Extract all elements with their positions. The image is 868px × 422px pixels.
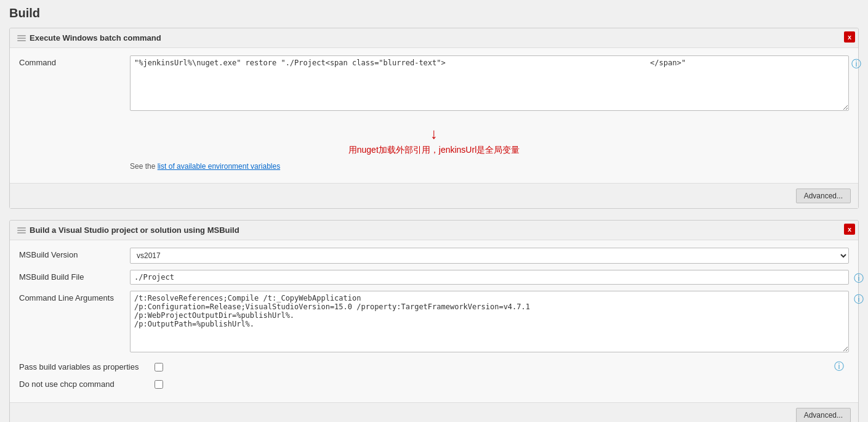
command-row: Command "%jenkinsUrl%\nuget.exe" restore… xyxy=(19,55,849,113)
section2-title: Build a Visual Studio project or solutio… xyxy=(30,225,239,235)
msbuild-version-label: MSBuild Version xyxy=(19,248,130,259)
env-vars-link[interactable]: list of available environment variables xyxy=(158,162,280,171)
section2-header: Build a Visual Studio project or solutio… xyxy=(10,221,858,240)
annotation-area: ↓ 用nuget加载外部引用，jenkinsUrl是全局变量 xyxy=(19,119,849,159)
page-container: Build Execute Windows batch command x Co… xyxy=(0,0,868,422)
drag-handle-1[interactable] xyxy=(17,35,26,41)
close-section2-button[interactable]: x xyxy=(844,224,855,235)
msbuild-file-label: MSBuild Build File xyxy=(19,270,130,282)
section2-advanced-button[interactable]: Advanced... xyxy=(796,408,851,422)
page-title: Build xyxy=(9,6,859,20)
env-vars-row: See the list of available environment va… xyxy=(130,162,849,171)
section2-advanced-row: Advanced... xyxy=(10,402,858,422)
msbuild-file-row: MSBuild Build File ⓘ xyxy=(19,270,849,285)
msbuild-version-wrap: vs2017 Default vs2015 vs2013 xyxy=(130,248,849,264)
pass-build-vars-row: Pass build variables as properties ⓘ xyxy=(19,360,849,373)
msbuild-version-select[interactable]: vs2017 Default vs2015 vs2013 xyxy=(130,248,849,264)
do-not-use-chcp-checkbox[interactable] xyxy=(155,380,163,389)
do-not-use-chcp-row: Do not use chcp command xyxy=(19,379,849,389)
command-textarea[interactable]: "%jenkinsUrl%\nuget.exe" restore "./Proj… xyxy=(130,55,849,111)
pass-build-vars-checkbox[interactable] xyxy=(155,363,163,371)
msbuild-file-input[interactable] xyxy=(130,270,849,285)
annotation-text: 用nuget加载外部引用，jenkinsUrl是全局变量 xyxy=(348,145,520,155)
section1-handle xyxy=(17,35,30,41)
do-not-use-chcp-label: Do not use chcp command xyxy=(19,379,155,389)
cmd-args-help-icon[interactable]: ⓘ xyxy=(854,293,864,306)
command-label: Command xyxy=(19,55,130,67)
section-execute-batch: Execute Windows batch command x Command … xyxy=(9,28,859,209)
msbuild-file-wrap: ⓘ xyxy=(130,270,849,285)
msbuild-file-help-icon[interactable]: ⓘ xyxy=(854,272,864,285)
command-help-icon[interactable]: ⓘ xyxy=(851,58,861,71)
msbuild-version-row: MSBuild Version vs2017 Default vs2015 vs… xyxy=(19,248,849,264)
section1-advanced-button[interactable]: Advanced... xyxy=(796,189,851,203)
drag-handle-2[interactable] xyxy=(17,227,26,233)
pass-build-vars-label: Pass build variables as properties xyxy=(19,362,155,371)
env-vars-prefix: See the xyxy=(130,162,158,171)
section2-handle xyxy=(17,227,30,233)
cmd-args-wrap: /t:ResolveReferences;Compile /t:_CopyWeb… xyxy=(130,291,849,354)
section2-body: MSBuild Version vs2017 Default vs2015 vs… xyxy=(10,240,858,402)
cmd-args-row: Command Line Arguments /t:ResolveReferen… xyxy=(19,291,849,354)
cmd-args-label: Command Line Arguments xyxy=(19,291,130,302)
section1-advanced-row: Advanced... xyxy=(10,183,858,208)
section1-title: Execute Windows batch command xyxy=(30,33,161,43)
pass-build-vars-help-icon[interactable]: ⓘ xyxy=(834,360,844,373)
section1-body: Command "%jenkinsUrl%\nuget.exe" restore… xyxy=(10,48,858,183)
close-section1-button[interactable]: x xyxy=(844,31,855,43)
annotation-arrow: ↓ xyxy=(19,125,849,142)
command-control-wrap: "%jenkinsUrl%\nuget.exe" restore "./Proj… xyxy=(130,55,849,113)
section1-header: Execute Windows batch command x xyxy=(10,28,858,48)
section-msbuild: Build a Visual Studio project or solutio… xyxy=(9,220,859,422)
cmd-args-textarea[interactable]: /t:ResolveReferences;Compile /t:_CopyWeb… xyxy=(130,291,849,352)
